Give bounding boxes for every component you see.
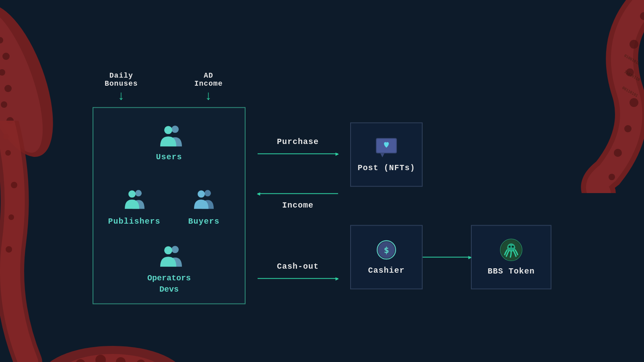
publishers-icon (122, 189, 147, 213)
svg-point-30 (164, 126, 172, 134)
svg-point-35 (171, 246, 179, 253)
svg-point-29 (171, 125, 179, 133)
income-arrow (258, 189, 338, 197)
svg-point-10 (11, 182, 17, 188)
operators-entity: OperatorsDevs (147, 245, 191, 295)
cashier-to-bbs-arrow (423, 253, 471, 261)
svg-point-47 (508, 244, 514, 251)
publishers-label: Publishers (108, 217, 160, 226)
svg-point-16 (630, 98, 638, 107)
diagram: Daily Bonuses ↓ AD Income ↓ (93, 72, 551, 304)
buyers-entity: Buyers (188, 189, 219, 226)
bbs-token-icon (498, 238, 524, 262)
income-arrow-row: Income (246, 189, 350, 210)
left-box: Users Publishers (93, 107, 246, 304)
svg-point-18 (614, 149, 622, 157)
operators-label: OperatorsDevs (147, 273, 191, 295)
cashier-label: Cashier (368, 266, 405, 275)
operators-icon (157, 245, 181, 269)
top-arrows: Daily Bonuses ↓ AD Income ↓ (105, 72, 223, 103)
svg-point-6 (1, 101, 7, 108)
buyers-label: Buyers (188, 217, 219, 226)
svg-point-3 (2, 53, 10, 60)
purchase-arrow (258, 150, 338, 158)
post-nfts-box: Post (NFTs) (350, 122, 423, 187)
daily-bonuses-label: Daily Bonuses ↓ (105, 72, 138, 103)
svg-point-12 (6, 246, 12, 253)
svg-point-31 (135, 190, 142, 196)
svg-point-5 (4, 85, 12, 92)
svg-point-34 (198, 190, 205, 197)
svg-point-49 (512, 246, 514, 248)
cashout-arrow-row: Cash-out (246, 262, 350, 282)
income-label: Income (282, 201, 314, 210)
svg-point-48 (508, 246, 510, 248)
svg-point-19 (609, 174, 615, 180)
cashier-row: $ Cashier (350, 225, 551, 289)
publishers-entity: Publishers (108, 189, 160, 226)
buyers-icon (192, 189, 216, 213)
users-label: Users (156, 152, 182, 162)
svg-text:$: $ (384, 245, 389, 255)
cashier-box: $ Cashier (350, 225, 423, 289)
svg-marker-39 (380, 153, 384, 157)
svg-point-33 (204, 190, 211, 196)
svg-point-9 (5, 150, 11, 156)
users-entity: Users (156, 124, 182, 162)
svg-point-32 (128, 190, 136, 197)
purchase-label: Purchase (277, 137, 319, 146)
post-nfts-icon (374, 136, 398, 158)
svg-point-14 (630, 40, 638, 49)
cashout-arrow (258, 274, 338, 282)
cashout-label: Cash-out (277, 262, 319, 271)
bbs-token-box: BBS Token (471, 225, 551, 289)
post-nfts-label: Post (NFTs) (357, 163, 415, 173)
purchase-arrow-row: Purchase (246, 137, 350, 158)
main-row: Users Publishers (93, 107, 551, 304)
svg-point-36 (164, 246, 172, 254)
svg-point-17 (624, 125, 632, 132)
bbs-token-label: BBS Token (487, 267, 535, 276)
ad-income-arrow: ↓ (204, 90, 213, 103)
middle-arrows: Purchase Income Cash-out (246, 107, 350, 304)
daily-bonuses-arrow: ↓ (117, 90, 125, 103)
cashier-icon: $ (374, 239, 398, 261)
ad-income-label: AD Income ↓ (194, 72, 223, 103)
users-icon (157, 124, 181, 148)
svg-point-11 (8, 214, 14, 220)
right-column: Post (NFTs) $ Cashier (350, 107, 551, 304)
